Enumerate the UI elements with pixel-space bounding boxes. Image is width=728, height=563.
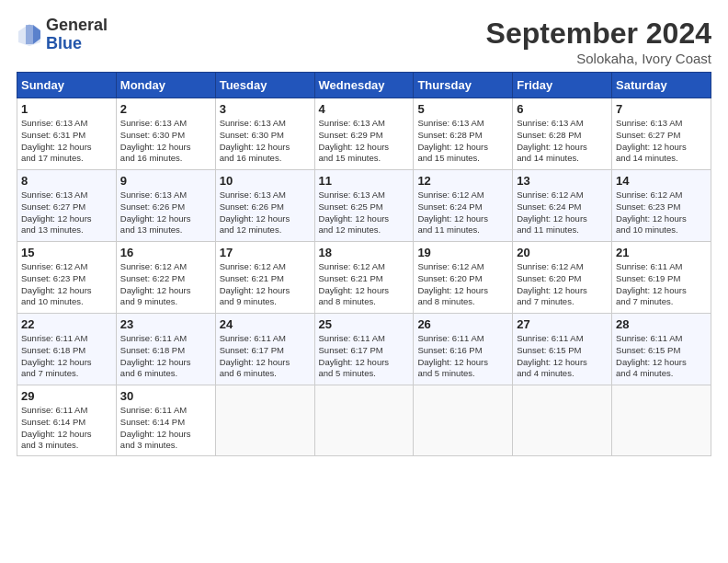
day-info: Sunrise: 6:13 AMSunset: 6:27 PMDaylight:… — [21, 190, 112, 236]
calendar-cell: 26Sunrise: 6:11 AMSunset: 6:16 PMDayligh… — [414, 314, 513, 385]
day-number: 7 — [616, 102, 707, 116]
calendar-cell: 19Sunrise: 6:12 AMSunset: 6:20 PMDayligh… — [414, 242, 513, 314]
day-number: 8 — [21, 174, 112, 188]
title-block: September 2024 Solokaha, Ivory Coast — [486, 17, 711, 66]
day-info: Sunrise: 6:13 AMSunset: 6:31 PMDaylight:… — [21, 118, 112, 165]
calendar-cell: 5Sunrise: 6:13 AMSunset: 6:28 PMDaylight… — [414, 98, 513, 170]
day-info: Sunrise: 6:13 AMSunset: 6:27 PMDaylight:… — [616, 118, 707, 165]
calendar-cell: 12Sunrise: 6:12 AMSunset: 6:24 PMDayligh… — [414, 170, 513, 242]
day-header-saturday: Saturday — [612, 73, 711, 98]
day-info: Sunrise: 6:11 AMSunset: 6:18 PMDaylight:… — [21, 333, 112, 380]
day-info: Sunrise: 6:11 AMSunset: 6:14 PMDaylight:… — [120, 405, 211, 452]
day-info: Sunrise: 6:12 AMSunset: 6:21 PMDaylight:… — [319, 261, 410, 308]
week-row-3: 15Sunrise: 6:12 AMSunset: 6:23 PMDayligh… — [17, 242, 711, 314]
calendar-cell: 21Sunrise: 6:11 AMSunset: 6:19 PMDayligh… — [612, 242, 711, 314]
logo-general: General — [46, 17, 108, 35]
calendar-cell: 15Sunrise: 6:12 AMSunset: 6:23 PMDayligh… — [17, 242, 117, 314]
day-info: Sunrise: 6:13 AMSunset: 6:26 PMDaylight:… — [120, 190, 211, 236]
calendar-cell: 29Sunrise: 6:11 AMSunset: 6:14 PMDayligh… — [17, 385, 117, 456]
day-number: 10 — [220, 174, 311, 188]
calendar-cell: 25Sunrise: 6:11 AMSunset: 6:17 PMDayligh… — [314, 314, 414, 385]
calendar-cell: 17Sunrise: 6:12 AMSunset: 6:21 PMDayligh… — [215, 242, 314, 314]
calendar-cell: 22Sunrise: 6:11 AMSunset: 6:18 PMDayligh… — [17, 314, 117, 385]
calendar-cell: 3Sunrise: 6:13 AMSunset: 6:30 PMDaylight… — [215, 98, 314, 170]
day-header-thursday: Thursday — [414, 73, 513, 98]
logo: General Blue — [17, 17, 108, 53]
day-headers-row: SundayMondayTuesdayWednesdayThursdayFrid… — [17, 73, 711, 98]
day-number: 22 — [21, 317, 112, 331]
day-info: Sunrise: 6:12 AMSunset: 6:24 PMDaylight:… — [417, 190, 508, 236]
day-number: 17 — [220, 246, 311, 259]
calendar-cell: 28Sunrise: 6:11 AMSunset: 6:15 PMDayligh… — [612, 314, 711, 385]
day-number: 11 — [319, 174, 410, 188]
day-header-sunday: Sunday — [17, 73, 117, 98]
day-number: 4 — [319, 102, 410, 116]
day-number: 25 — [319, 317, 410, 331]
day-info: Sunrise: 6:13 AMSunset: 6:26 PMDaylight:… — [220, 190, 311, 236]
calendar-cell: 27Sunrise: 6:11 AMSunset: 6:15 PMDayligh… — [513, 314, 612, 385]
day-info: Sunrise: 6:13 AMSunset: 6:28 PMDaylight:… — [517, 118, 608, 165]
calendar-cell: 6Sunrise: 6:13 AMSunset: 6:28 PMDaylight… — [513, 98, 612, 170]
day-info: Sunrise: 6:12 AMSunset: 6:22 PMDaylight:… — [120, 261, 211, 308]
day-header-tuesday: Tuesday — [215, 73, 314, 98]
day-header-monday: Monday — [116, 73, 215, 98]
day-number: 24 — [220, 317, 311, 331]
day-number: 27 — [517, 317, 608, 331]
calendar-cell: 20Sunrise: 6:12 AMSunset: 6:20 PMDayligh… — [513, 242, 612, 314]
day-number: 13 — [517, 174, 608, 188]
day-number: 15 — [21, 246, 112, 259]
calendar-cell: 18Sunrise: 6:12 AMSunset: 6:21 PMDayligh… — [314, 242, 414, 314]
day-number: 20 — [517, 246, 608, 259]
calendar-cell: 23Sunrise: 6:11 AMSunset: 6:18 PMDayligh… — [116, 314, 215, 385]
calendar-cell: 7Sunrise: 6:13 AMSunset: 6:27 PMDaylight… — [612, 98, 711, 170]
day-number: 3 — [220, 102, 311, 116]
calendar-cell: 16Sunrise: 6:12 AMSunset: 6:22 PMDayligh… — [116, 242, 215, 314]
calendar-cell: 9Sunrise: 6:13 AMSunset: 6:26 PMDaylight… — [116, 170, 215, 242]
day-info: Sunrise: 6:13 AMSunset: 6:30 PMDaylight:… — [220, 118, 311, 165]
day-info: Sunrise: 6:11 AMSunset: 6:14 PMDaylight:… — [21, 405, 112, 452]
calendar-cell — [215, 385, 314, 456]
day-number: 28 — [616, 317, 707, 331]
day-number: 19 — [417, 246, 508, 259]
day-info: Sunrise: 6:13 AMSunset: 6:28 PMDaylight:… — [417, 118, 508, 165]
day-number: 9 — [120, 174, 211, 188]
month-title: September 2024 — [486, 17, 711, 51]
day-number: 30 — [120, 389, 211, 403]
day-number: 18 — [319, 246, 410, 259]
calendar-table: SundayMondayTuesdayWednesdayThursdayFrid… — [17, 72, 711, 456]
day-info: Sunrise: 6:13 AMSunset: 6:30 PMDaylight:… — [120, 118, 211, 165]
day-number: 14 — [616, 174, 707, 188]
calendar-cell: 30Sunrise: 6:11 AMSunset: 6:14 PMDayligh… — [116, 385, 215, 456]
calendar-cell: 14Sunrise: 6:12 AMSunset: 6:23 PMDayligh… — [612, 170, 711, 242]
day-info: Sunrise: 6:12 AMSunset: 6:20 PMDaylight:… — [417, 261, 508, 308]
day-info: Sunrise: 6:13 AMSunset: 6:25 PMDaylight:… — [319, 190, 410, 236]
day-header-friday: Friday — [513, 73, 612, 98]
day-number: 12 — [417, 174, 508, 188]
day-info: Sunrise: 6:11 AMSunset: 6:15 PMDaylight:… — [616, 333, 707, 380]
week-row-5: 29Sunrise: 6:11 AMSunset: 6:14 PMDayligh… — [17, 385, 711, 456]
calendar-cell: 8Sunrise: 6:13 AMSunset: 6:27 PMDaylight… — [17, 170, 117, 242]
day-header-wednesday: Wednesday — [314, 73, 414, 98]
day-number: 6 — [517, 102, 608, 116]
day-number: 16 — [120, 246, 211, 259]
week-row-4: 22Sunrise: 6:11 AMSunset: 6:18 PMDayligh… — [17, 314, 711, 385]
day-number: 2 — [120, 102, 211, 116]
logo-text: General Blue — [46, 17, 108, 53]
calendar-cell: 4Sunrise: 6:13 AMSunset: 6:29 PMDaylight… — [314, 98, 414, 170]
day-info: Sunrise: 6:11 AMSunset: 6:16 PMDaylight:… — [417, 333, 508, 380]
week-row-1: 1Sunrise: 6:13 AMSunset: 6:31 PMDaylight… — [17, 98, 711, 170]
day-info: Sunrise: 6:12 AMSunset: 6:21 PMDaylight:… — [220, 261, 311, 308]
day-info: Sunrise: 6:12 AMSunset: 6:24 PMDaylight:… — [517, 190, 608, 236]
day-number: 21 — [616, 246, 707, 259]
day-info: Sunrise: 6:11 AMSunset: 6:17 PMDaylight:… — [319, 333, 410, 380]
header-row: General Blue September 2024 Solokaha, Iv… — [17, 17, 711, 66]
day-number: 29 — [21, 389, 112, 403]
logo-blue: Blue — [46, 35, 108, 53]
day-number: 5 — [417, 102, 508, 116]
calendar-cell — [314, 385, 414, 456]
logo-icon — [17, 22, 42, 48]
day-number: 23 — [120, 317, 211, 331]
day-number: 1 — [21, 102, 112, 116]
calendar-cell: 10Sunrise: 6:13 AMSunset: 6:26 PMDayligh… — [215, 170, 314, 242]
day-info: Sunrise: 6:11 AMSunset: 6:15 PMDaylight:… — [517, 333, 608, 380]
